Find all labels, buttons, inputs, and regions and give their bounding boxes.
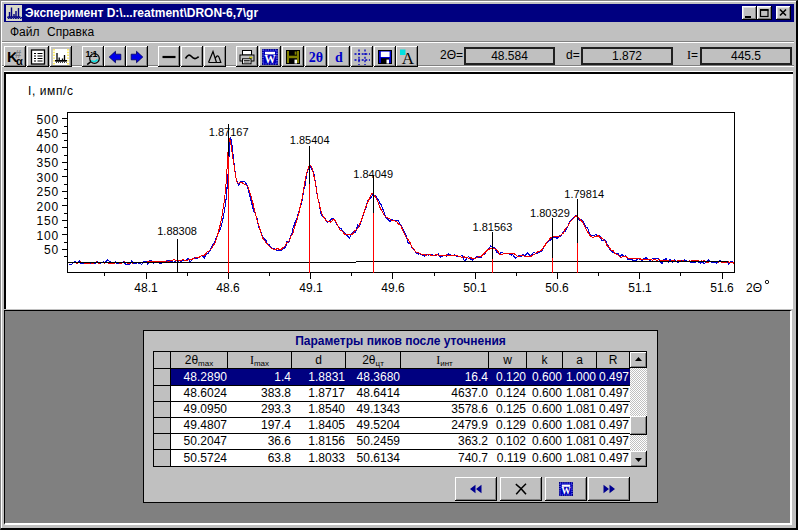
svg-text:48.1: 48.1 bbox=[134, 281, 158, 295]
svg-text:1.80329: 1.80329 bbox=[530, 207, 570, 219]
svg-text:I, имп/с: I, имп/с bbox=[28, 84, 74, 98]
svg-text:50.6: 50.6 bbox=[545, 281, 569, 295]
svg-text:51.1: 51.1 bbox=[628, 281, 652, 295]
svg-text:300: 300 bbox=[37, 171, 59, 185]
svg-text:450: 450 bbox=[37, 127, 59, 141]
svg-text:51.6: 51.6 bbox=[710, 281, 734, 295]
svg-text:2θ: 2θ bbox=[309, 50, 323, 65]
svg-text:α: α bbox=[16, 55, 23, 65]
svg-text:1.84049: 1.84049 bbox=[353, 168, 393, 180]
svg-text:d: d bbox=[335, 50, 343, 65]
svg-text:1.81563: 1.81563 bbox=[473, 221, 513, 233]
svg-text:1.88308: 1.88308 bbox=[157, 225, 197, 237]
svg-text:1.79814: 1.79814 bbox=[564, 188, 604, 200]
svg-text:500: 500 bbox=[37, 113, 59, 127]
svg-text:350: 350 bbox=[37, 156, 59, 170]
svg-text:100: 100 bbox=[37, 229, 59, 243]
svg-text:49.6: 49.6 bbox=[381, 281, 405, 295]
svg-text:50: 50 bbox=[44, 243, 59, 257]
svg-text:250: 250 bbox=[37, 185, 59, 199]
svg-text:W: W bbox=[264, 53, 276, 65]
svg-text:1.85404: 1.85404 bbox=[290, 134, 330, 146]
svg-text:200: 200 bbox=[37, 200, 59, 214]
svg-text:400: 400 bbox=[37, 142, 59, 156]
svg-text:50.1: 50.1 bbox=[463, 281, 487, 295]
svg-text:150: 150 bbox=[37, 214, 59, 228]
svg-text:A: A bbox=[402, 49, 415, 65]
svg-text:W: W bbox=[561, 486, 571, 496]
svg-text:48.6: 48.6 bbox=[216, 281, 240, 295]
svg-text:2Θ: 2Θ bbox=[746, 281, 762, 295]
svg-text:49.1: 49.1 bbox=[299, 281, 323, 295]
svg-text:1.87167: 1.87167 bbox=[209, 126, 249, 138]
